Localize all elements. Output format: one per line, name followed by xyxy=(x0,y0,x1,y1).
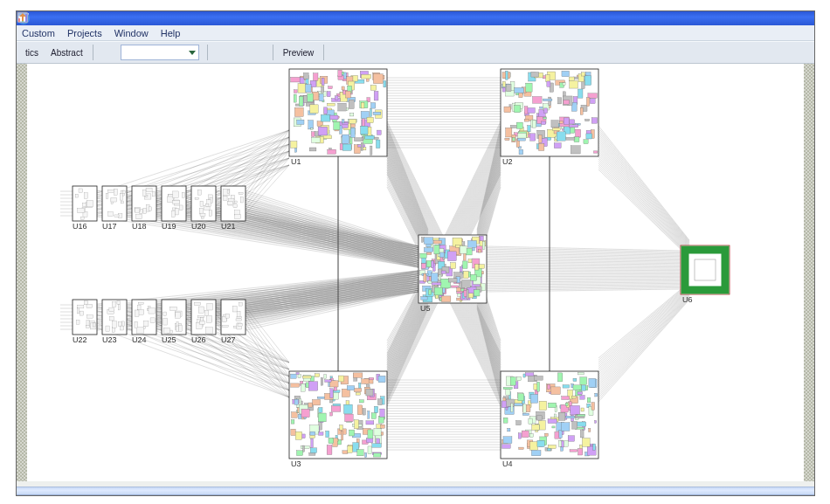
svg-rect-1285 xyxy=(577,422,585,426)
svg-rect-1333 xyxy=(518,394,524,401)
svg-rect-1149 xyxy=(312,399,320,404)
svg-rect-1553 xyxy=(235,201,238,204)
menu-projects[interactable]: Projects xyxy=(67,28,102,38)
chart-icon[interactable] xyxy=(405,44,423,61)
svg-line-369 xyxy=(487,258,681,260)
svg-rect-1576 xyxy=(118,304,120,310)
svg-rect-1192 xyxy=(325,380,331,383)
svg-rect-1304 xyxy=(571,405,580,415)
zoom-icon[interactable] xyxy=(98,44,115,61)
svg-rect-827 xyxy=(373,74,383,84)
svg-rect-1492 xyxy=(82,203,86,206)
svg-rect-1499 xyxy=(106,193,108,198)
abstract-button[interactable]: Abstract xyxy=(45,44,88,61)
svg-rect-1590 xyxy=(135,321,137,328)
svg-rect-1136 xyxy=(374,428,381,435)
svg-rect-1189 xyxy=(301,409,309,417)
label-u20: U20 xyxy=(191,222,206,231)
svg-rect-1190 xyxy=(294,399,298,404)
svg-rect-1469 xyxy=(432,261,434,268)
svg-line-411 xyxy=(598,159,689,253)
svg-rect-1021 xyxy=(564,100,570,104)
svg-line-429 xyxy=(598,292,689,383)
svg-line-453 xyxy=(97,130,289,193)
svg-rect-1440 xyxy=(453,238,462,246)
menu-custom[interactable]: Custom xyxy=(22,28,55,38)
svg-rect-1182 xyxy=(308,403,313,407)
svg-rect-1178 xyxy=(329,438,334,443)
svg-rect-1054 xyxy=(506,128,512,137)
svg-rect-1106 xyxy=(310,448,316,453)
component-icon[interactable] xyxy=(251,44,268,61)
svg-rect-1269 xyxy=(563,385,570,389)
svg-rect-1490 xyxy=(87,200,93,207)
svg-rect-1237 xyxy=(529,418,532,425)
schematic-canvas[interactable]: U1U2U3U4U5U6U16U17U18U19U20U21U22U23U24U… xyxy=(27,64,804,481)
svg-rect-1446 xyxy=(478,249,481,252)
svg-rect-1049 xyxy=(517,138,525,141)
svg-rect-780 xyxy=(294,94,296,102)
svg-rect-1113 xyxy=(356,392,360,395)
svg-rect-881 xyxy=(294,107,303,116)
svg-rect-1188 xyxy=(296,372,299,374)
svg-rect-897 xyxy=(349,114,353,116)
svg-rect-1254 xyxy=(519,447,524,449)
svg-rect-879 xyxy=(342,86,344,90)
window-b-icon[interactable] xyxy=(367,44,384,61)
svg-rect-1116 xyxy=(354,388,362,391)
preview-button[interactable]: Preview xyxy=(278,44,320,61)
svg-rect-1092 xyxy=(298,414,301,418)
svg-rect-1008 xyxy=(544,108,548,114)
svg-rect-1477 xyxy=(448,279,457,282)
svg-rect-1063 xyxy=(309,452,315,455)
menu-window[interactable]: Window xyxy=(114,28,149,38)
svg-rect-1232 xyxy=(522,431,529,438)
svg-line-413 xyxy=(598,163,689,255)
svg-rect-1331 xyxy=(582,438,590,447)
svg-rect-797 xyxy=(313,73,318,80)
svg-rect-1122 xyxy=(302,445,304,452)
label-u4: U4 xyxy=(502,459,513,468)
svg-rect-905 xyxy=(338,70,342,77)
window-titlebar[interactable]: d] xyxy=(17,11,814,25)
svg-rect-1519 xyxy=(146,188,152,191)
svg-line-544 xyxy=(246,201,418,255)
svg-rect-909 xyxy=(384,80,386,86)
svg-rect-1207 xyxy=(587,397,591,403)
window-c-icon[interactable] xyxy=(386,44,404,61)
svg-rect-1053 xyxy=(560,121,564,123)
svg-rect-1632 xyxy=(239,303,243,306)
layers-icon[interactable] xyxy=(232,44,249,61)
svg-rect-1503 xyxy=(122,190,125,193)
svg-rect-1160 xyxy=(357,450,363,456)
help-icon[interactable]: ? xyxy=(329,44,346,61)
svg-rect-1115 xyxy=(368,411,370,419)
svg-rect-1277 xyxy=(595,420,597,423)
svg-rect-1591 xyxy=(150,318,155,323)
svg-rect-1584 xyxy=(106,326,109,331)
label-u18: U18 xyxy=(132,222,147,231)
svg-rect-1302 xyxy=(589,428,591,432)
svg-rect-1516 xyxy=(135,208,140,212)
svg-rect-906 xyxy=(374,91,378,100)
svg-rect-1293 xyxy=(589,378,596,387)
layer-dropdown[interactable] xyxy=(121,45,199,60)
window-a-icon[interactable] xyxy=(348,44,365,61)
svg-rect-1323 xyxy=(536,416,542,420)
svg-rect-1017 xyxy=(532,121,536,128)
svg-rect-889 xyxy=(324,107,328,114)
toolbar-tics-trunc[interactable]: tics xyxy=(20,44,44,61)
svg-rect-894 xyxy=(346,91,351,98)
menu-help[interactable]: Help xyxy=(161,28,181,38)
svg-line-25 xyxy=(387,135,428,236)
svg-rect-1197 xyxy=(371,413,376,419)
svg-rect-1638 xyxy=(225,314,230,318)
svg-line-420 xyxy=(598,285,689,364)
svg-rect-1505 xyxy=(120,194,122,200)
svg-line-435 xyxy=(598,297,689,396)
svg-rect-1039 xyxy=(519,149,523,155)
svg-rect-1431 xyxy=(467,240,476,247)
grid-icon[interactable] xyxy=(212,44,230,61)
export-icon[interactable] xyxy=(425,44,442,61)
svg-rect-1181 xyxy=(345,414,354,422)
